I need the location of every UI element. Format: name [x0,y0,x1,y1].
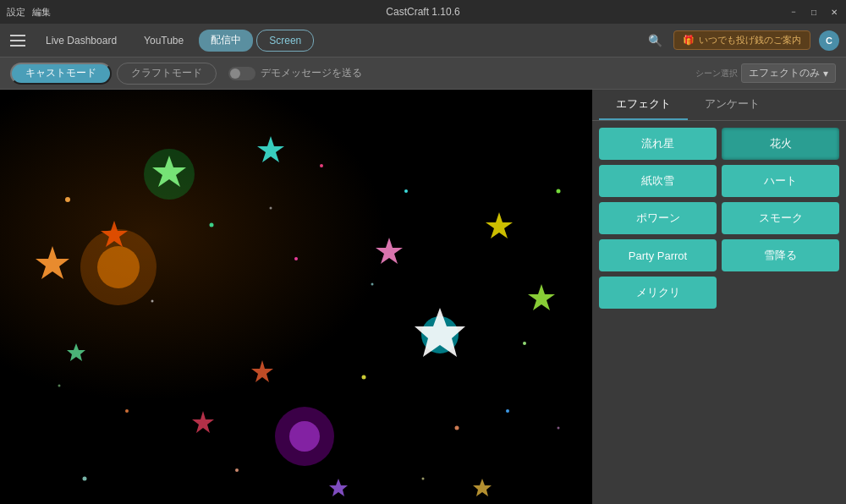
effect-ryuusei[interactable]: 流れ星 [599,128,717,160]
titlebar-title: CastCraft 1.10.6 [386,6,459,18]
effect-tabs: エフェクト アンケート [592,90,846,121]
scene-value: エフェクトのみ [749,66,820,80]
svg-point-21 [557,189,561,194]
modebar: キャストモード クラフトモード デモメッセージを送る シーン選択 エフェクトのみ… [0,58,846,90]
craft-mode-button[interactable]: クラフトモード [117,63,217,85]
effect-merikuri[interactable]: メリクリ [599,277,717,309]
svg-point-38 [58,385,61,387]
titlebar-left: 設定 編集 [7,6,51,19]
svg-point-16 [210,223,214,227]
cast-mode-button[interactable]: キャストモード [10,63,112,85]
effect-kamifubuki[interactable]: 紙吹雪 [599,165,717,197]
effect-smoke[interactable]: スモーク [722,202,839,234]
app-logo: C [819,30,839,51]
effect-heart[interactable]: ハート [722,165,839,197]
menu-settings[interactable]: 設定 [7,6,25,19]
promo-text: いつでも投げ銭のご案内 [699,34,801,47]
tab-recording[interactable]: 配信中 [199,30,253,52]
tab-youtube[interactable]: YouTube [132,30,195,52]
effect-yukifuru[interactable]: 雪降る [722,239,839,271]
svg-point-36 [558,427,560,430]
demo-toggle-group: デモメッセージを送る [228,66,362,80]
titlebar-controls: － □ ✕ [788,7,839,17]
effect-hanabi[interactable]: 花火 [722,128,839,160]
svg-point-17 [320,164,323,167]
close-button[interactable]: ✕ [829,7,839,17]
scene-dropdown[interactable]: エフェクトのみ ▾ [741,63,836,83]
titlebar: 設定 編集 CastCraft 1.10.6 － □ ✕ [0,0,846,24]
scene-selector: シーン選択 エフェクトのみ ▾ [695,63,836,83]
promo-banner[interactable]: 🎁 いつでも投げ銭のご案内 [673,30,810,50]
svg-point-27 [523,342,526,345]
svg-point-37 [422,478,425,480]
svg-point-22 [235,468,239,472]
tab-live-dashboard[interactable]: Live Dashboard [34,30,129,52]
minimize-button[interactable]: － [788,7,799,17]
promo-icon: 🎁 [683,35,695,46]
effect-parrot[interactable]: Party Parrot [599,239,717,271]
scene-label: シーン選択 [695,68,738,79]
demo-toggle-label: デモメッセージを送る [261,66,362,80]
maximize-button[interactable]: □ [809,7,819,17]
svg-point-25 [404,189,408,193]
svg-point-23 [83,477,87,481]
svg-point-35 [371,283,374,286]
hamburger-menu[interactable] [7,29,30,52]
svg-point-2 [97,246,140,288]
sidebar: エフェクト アンケート 流れ星 花火 紙吹雪 ハート ポワーン スモーク Par… [592,90,846,504]
svg-point-33 [151,300,154,303]
star-animation [0,90,592,504]
svg-point-15 [65,197,70,202]
chevron-down-icon: ▾ [823,68,828,79]
search-button[interactable]: 🔍 [645,30,665,51]
svg-point-24 [294,257,298,260]
svg-point-26 [455,426,459,430]
main-content: エフェクト アンケート 流れ星 花火 紙吹雪 ハート ポワーン スモーク Par… [0,90,846,504]
tab-screen[interactable]: Screen [256,30,314,52]
effect-bounce[interactable]: ポワーン [599,202,717,234]
svg-point-20 [125,409,129,413]
menu-edit[interactable]: 編集 [32,6,51,19]
svg-point-5 [289,421,320,452]
demo-toggle-switch[interactable] [228,67,255,80]
navbar: Live Dashboard YouTube 配信中 Screen 🔍 🎁 いつ… [0,24,846,58]
svg-point-19 [506,409,509,413]
video-area [0,90,592,504]
svg-point-34 [270,207,272,210]
tab-effect[interactable]: エフェクト [599,90,688,120]
effect-grid: 流れ星 花火 紙吹雪 ハート ポワーン スモーク Party Parrot 雪降… [592,121,846,315]
svg-point-18 [362,375,366,380]
tab-anketo[interactable]: アンケート [688,90,777,120]
